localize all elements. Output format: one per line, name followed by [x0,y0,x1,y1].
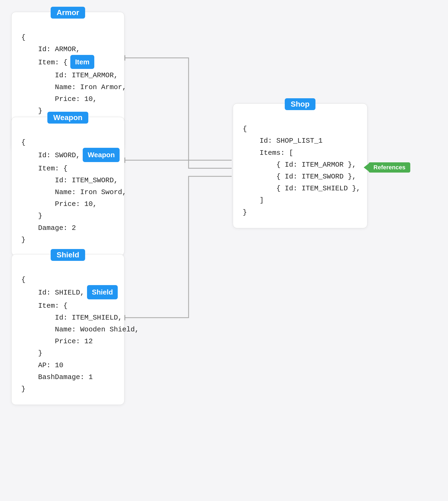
references-text: References [373,164,405,171]
armor-label: Armor [51,7,85,19]
weapon-card: Weapon { Id: SWORD,Weapon Item: { Id: IT… [11,117,124,256]
shop-code: { Id: SHOP_LIST_1 Items: [ { Id: ITEM_AR… [243,111,357,218]
shield-label: Shield [51,249,85,261]
weapon-label: Weapon [47,112,88,124]
item-inline-label: Item [70,55,94,69]
diagram-container: Armor { Id: ARMOR, Item: {Item Id: ITEM_… [0,0,448,501]
shop-label: Shop [285,98,315,110]
shield-card: Shield { Id: SHIELD,Shield Item: { Id: I… [11,254,124,405]
weapon-code: { Id: SWORD,Weapon Item: { Id: ITEM_SWOR… [21,125,114,246]
shop-card: Shop { Id: SHOP_LIST_1 Items: [ { Id: IT… [233,103,367,228]
shield-inline-label: Shield [87,285,118,299]
references-badge: References [369,162,410,173]
shield-code: { Id: SHIELD,Shield Item: { Id: ITEM_SHI… [21,262,114,395]
weapon-inline-label: Weapon [83,148,120,162]
